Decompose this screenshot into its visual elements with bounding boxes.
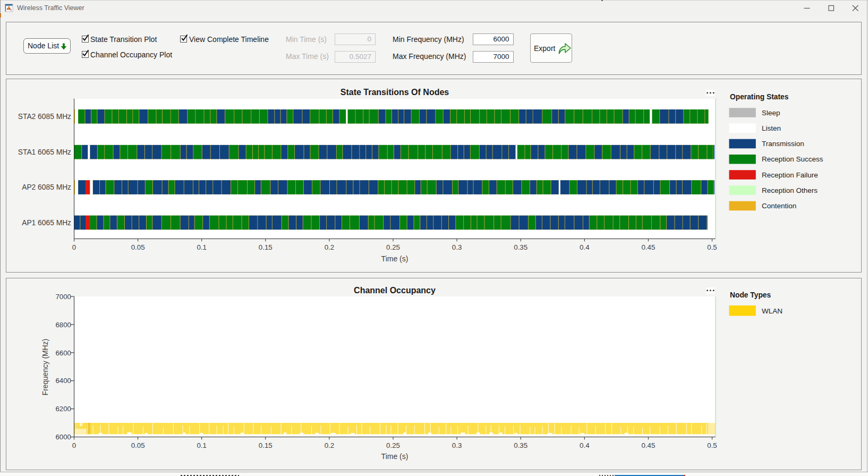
svg-text:WLAN: WLAN [762, 307, 782, 315]
svg-text:AP1 6065 MHz: AP1 6065 MHz [22, 219, 71, 227]
svg-text:0.2: 0.2 [325, 243, 335, 251]
svg-text:Frequency (MHz): Frequency (MHz) [41, 339, 49, 396]
svg-text:Reception Others: Reception Others [762, 186, 818, 194]
svg-text:Reception Failure: Reception Failure [762, 171, 818, 179]
svg-text:Transmission: Transmission [762, 140, 804, 148]
svg-text:0.05: 0.05 [131, 243, 145, 251]
svg-text:0.2: 0.2 [325, 441, 335, 449]
svg-text:0.4: 0.4 [580, 243, 590, 251]
svg-text:Listen: Listen [762, 124, 781, 132]
svg-text:AP2 6085 MHz: AP2 6085 MHz [22, 183, 71, 191]
svg-text:0.4: 0.4 [580, 441, 590, 449]
svg-text:Contention: Contention [762, 202, 796, 210]
svg-text:6200: 6200 [55, 405, 71, 413]
svg-text:0: 0 [72, 243, 76, 251]
svg-text:6800: 6800 [55, 321, 71, 329]
svg-text:0.5: 0.5 [707, 243, 717, 251]
svg-text:0.45: 0.45 [641, 441, 655, 449]
svg-text:0.35: 0.35 [514, 441, 527, 449]
svg-text:7000: 7000 [55, 293, 71, 301]
svg-text:Reception Success: Reception Success [762, 155, 823, 163]
svg-text:STA2 6085 MHz: STA2 6085 MHz [18, 113, 71, 121]
svg-text:0.15: 0.15 [259, 441, 273, 449]
svg-text:0.1: 0.1 [197, 243, 207, 251]
svg-text:0.35: 0.35 [514, 243, 527, 251]
svg-text:Operating States: Operating States [730, 93, 789, 101]
svg-text:STA1 6065 MHz: STA1 6065 MHz [18, 148, 71, 156]
svg-text:State Transitions Of Nodes: State Transitions Of Nodes [341, 88, 449, 97]
svg-text:Node Types: Node Types [730, 291, 771, 299]
svg-text:Channel Occupancy: Channel Occupancy [354, 286, 436, 295]
svg-text:6000: 6000 [55, 433, 71, 441]
svg-text:6600: 6600 [55, 349, 71, 357]
svg-text:0.1: 0.1 [197, 441, 207, 449]
svg-text:6400: 6400 [55, 377, 71, 385]
svg-text:0.45: 0.45 [641, 243, 655, 251]
svg-text:0.3: 0.3 [452, 441, 462, 449]
svg-text:0: 0 [72, 441, 76, 449]
svg-text:0.5: 0.5 [707, 441, 717, 449]
svg-text:Time (s): Time (s) [381, 452, 409, 461]
svg-text:0.25: 0.25 [386, 243, 400, 251]
svg-text:0.15: 0.15 [259, 243, 273, 251]
svg-text:Time (s): Time (s) [381, 254, 409, 263]
svg-text:Sleep: Sleep [762, 109, 780, 117]
svg-text:0.25: 0.25 [386, 441, 400, 449]
svg-text:0.05: 0.05 [131, 441, 145, 449]
svg-text:0.3: 0.3 [452, 243, 462, 251]
